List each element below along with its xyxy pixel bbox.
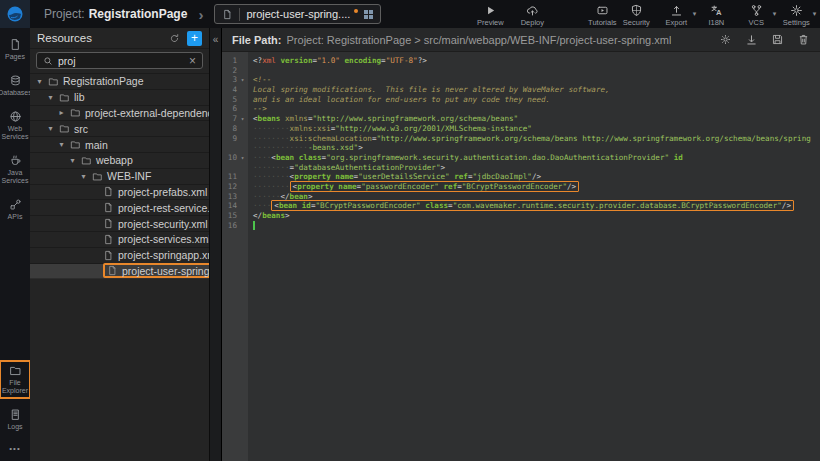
line-number-gutter[interactable]: 10▾ — [222, 153, 248, 163]
settings-button[interactable]: ▾Settings — [779, 2, 813, 27]
tree-item-main[interactable]: ▾main — [30, 137, 209, 153]
delete-file-button[interactable] — [797, 33, 810, 46]
line-number-gutter[interactable]: 2 — [222, 66, 248, 76]
preview-button[interactable]: Preview — [473, 2, 507, 27]
caret-down-icon: ▾ — [813, 10, 817, 18]
search-icon — [43, 56, 53, 66]
line-number-gutter[interactable]: 9 — [222, 134, 248, 144]
security-button[interactable]: Security — [619, 2, 653, 27]
tree-item-project-user-spring.xml[interactable]: project-user-spring.xml — [30, 264, 209, 280]
line-number-gutter[interactable]: 5 — [222, 95, 248, 105]
translate-icon: A — [710, 4, 723, 17]
line-number-gutter[interactable]: 4 — [222, 85, 248, 95]
folder-icon — [59, 123, 70, 134]
code-line: 15</beans> — [222, 211, 820, 221]
security-label: Security — [623, 18, 650, 27]
fold-arrow-icon[interactable]: ▾ — [237, 114, 248, 124]
vcs-button[interactable]: ▾VCS — [739, 2, 773, 27]
open-file-tab[interactable]: project-user-spring.... — [214, 4, 381, 24]
tree-item-project-springapp.xml[interactable]: project-springapp.xml — [30, 248, 209, 264]
sidebar-item-web-services[interactable]: Web Services — [1, 108, 29, 143]
no-icon — [237, 85, 248, 95]
vcs-label: VCS — [749, 18, 764, 27]
tree-item-label: webapp — [96, 154, 133, 166]
line-number-gutter[interactable]: 14 — [222, 201, 248, 211]
api-icon — [9, 198, 22, 211]
line-number-gutter[interactable]: 16 — [222, 221, 248, 231]
more-icon: ••• — [9, 444, 20, 453]
tree-expand-icon[interactable]: ▾ — [46, 124, 55, 133]
trash-icon — [797, 33, 810, 46]
tree-item-project-prefabs.xml[interactable]: project-prefabs.xml — [30, 185, 209, 201]
file-icon — [103, 218, 114, 229]
tree-item-WEB-INF[interactable]: ▾WEB-INF — [30, 169, 209, 185]
download-file-button[interactable] — [745, 33, 758, 46]
line-number-gutter[interactable] — [222, 163, 248, 173]
tree-item-webapp[interactable]: ▾webapp — [30, 153, 209, 169]
tree-item-label: project-rest-service.xml — [118, 202, 209, 214]
no-icon — [237, 201, 248, 211]
sidebar-item-file-explorer[interactable]: File Explorer — [1, 362, 29, 397]
line-number-gutter[interactable]: 7▾ — [222, 114, 248, 124]
i18n-button[interactable]: AI18N — [699, 2, 733, 27]
tree-item-lib[interactable]: ▾lib — [30, 90, 209, 106]
tree-item-src[interactable]: ▾src — [30, 121, 209, 137]
topbar-actions-left: PreviewDeployTutorials — [473, 2, 619, 27]
add-resource-button[interactable]: + — [187, 31, 202, 46]
tree-item-project-external-dependency-jars[interactable]: ▸project-external-dependency-jars — [30, 106, 209, 122]
save-file-button[interactable] — [771, 33, 784, 46]
sidebar-item-databases[interactable]: Databases — [1, 72, 29, 99]
line-number-gutter[interactable]: 12 — [222, 182, 248, 192]
refresh-button[interactable] — [169, 33, 180, 44]
resources-title: Resources — [37, 32, 162, 44]
sidebar-item-java-services[interactable]: Java Services — [1, 152, 29, 187]
line-number-gutter[interactable]: 6 — [222, 104, 248, 114]
tree-expand-icon[interactable]: ▾ — [35, 77, 44, 86]
line-number-gutter[interactable]: 1 — [222, 56, 248, 66]
search-box: × — [36, 52, 203, 69]
tree-expand-icon[interactable]: ▾ — [79, 172, 88, 181]
line-number-gutter[interactable]: 11 — [222, 172, 248, 182]
no-icon — [237, 134, 248, 144]
fold-arrow-icon[interactable]: ▾ — [237, 153, 248, 163]
deploy-cloud-icon — [526, 4, 539, 17]
collapse-panel-button[interactable]: « — [210, 28, 221, 51]
sidebar-item-apis[interactable]: APIs — [1, 196, 29, 223]
clear-search-button[interactable]: × — [189, 55, 196, 67]
no-icon — [237, 104, 248, 114]
grid-icon[interactable] — [364, 10, 373, 19]
deploy-button[interactable]: Deploy — [515, 2, 549, 27]
top-bar: Project:RegistrationPage › project-user-… — [0, 0, 820, 28]
code-line: 7▾<beans xmlns="http://www.springframewo… — [222, 114, 820, 124]
file-settings-button[interactable] — [719, 33, 732, 46]
search-input[interactable] — [58, 55, 184, 67]
tree-expand-icon[interactable]: ▾ — [68, 156, 77, 165]
code-line: 1<?xml version="1.0" encoding="UTF-8"?> — [222, 56, 820, 66]
line-number-gutter[interactable]: 15 — [222, 211, 248, 221]
tab-label: project-user-spring.... — [246, 8, 350, 20]
export-button[interactable]: ▾Export — [659, 2, 693, 27]
file-icon — [103, 186, 114, 197]
tree-item-project-services.xml[interactable]: project-services.xml — [30, 232, 209, 248]
wavemaker-logo-icon[interactable] — [0, 0, 30, 28]
line-number-gutter[interactable]: 3▾ — [222, 75, 248, 85]
tree-expand-icon[interactable]: ▾ — [46, 93, 55, 102]
tree-item-project-rest-service.xml[interactable]: project-rest-service.xml — [30, 200, 209, 216]
sidebar-item-logs[interactable]: Logs — [1, 406, 29, 433]
tree-expand-icon[interactable]: ▾ — [57, 140, 66, 149]
code-editor[interactable]: 1<?xml version="1.0" encoding="UTF-8"?>2… — [222, 52, 820, 461]
tree-item-project-security.xml[interactable]: project-security.xml — [30, 216, 209, 232]
editor-pane: File Path: Project: RegistrationPage > s… — [222, 28, 820, 461]
sidebar-item-pages[interactable]: Pages — [1, 36, 29, 63]
no-icon — [237, 211, 248, 221]
tutorials-button[interactable]: Tutorials — [585, 2, 619, 27]
fold-arrow-icon[interactable]: ▾ — [237, 75, 248, 85]
line-number-gutter[interactable] — [222, 143, 248, 153]
tree-item-RegistrationPage[interactable]: ▾RegistrationPage — [30, 74, 209, 90]
line-number-gutter[interactable]: 8 — [222, 124, 248, 134]
sidebar-item-more[interactable]: ••• — [1, 442, 29, 455]
tree-item-label: lib — [74, 91, 85, 103]
line-number-gutter[interactable]: 13 — [222, 192, 248, 202]
tree-expand-icon[interactable]: ▸ — [57, 108, 66, 117]
code-line: ············-beans.xsd"> — [222, 143, 820, 153]
